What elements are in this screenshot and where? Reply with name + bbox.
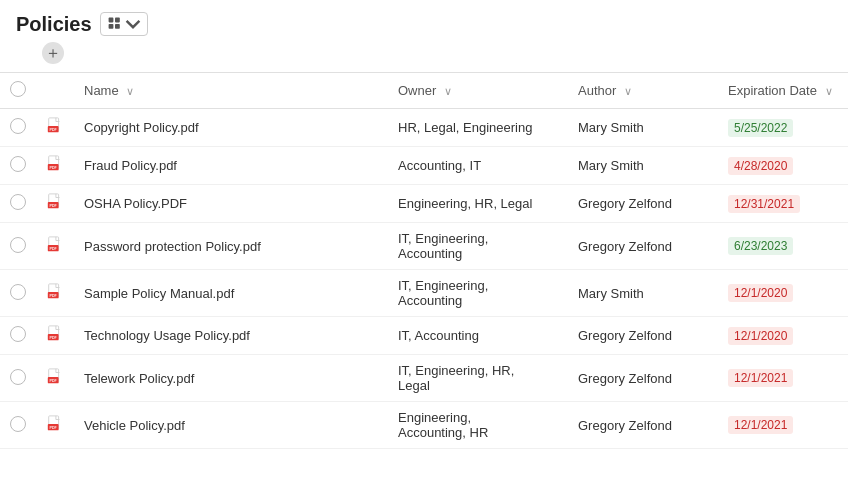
table-row: PDF Fraud Policy.pdfAccounting, ITMary S… <box>0 147 848 185</box>
row-expiration: 12/1/2021 <box>718 402 848 449</box>
row-file-icon-cell: PDF <box>36 109 74 147</box>
add-row-container: ＋ <box>0 40 848 72</box>
row-name[interactable]: Fraud Policy.pdf <box>74 147 388 185</box>
row-expiration: 12/1/2020 <box>718 317 848 355</box>
pdf-icon: PDF <box>46 117 64 135</box>
svg-rect-2 <box>108 24 113 29</box>
row-owner: Engineering, Accounting, HR <box>388 402 568 449</box>
pdf-icon: PDF <box>46 283 64 301</box>
row-checkbox[interactable] <box>10 194 26 210</box>
row-checkbox-cell <box>0 147 36 185</box>
row-checkbox-cell <box>0 355 36 402</box>
row-checkbox[interactable] <box>10 237 26 253</box>
add-item-button[interactable]: ＋ <box>42 42 64 64</box>
row-checkbox-cell <box>0 109 36 147</box>
expiration-badge: 12/31/2021 <box>728 195 800 213</box>
pdf-icon: PDF <box>46 368 64 386</box>
row-checkbox[interactable] <box>10 369 26 385</box>
pdf-icon: PDF <box>46 193 64 211</box>
row-author: Mary Smith <box>568 109 718 147</box>
expiration-badge: 5/25/2022 <box>728 119 793 137</box>
chevron-down-icon <box>125 16 141 32</box>
pdf-icon: PDF <box>46 415 64 433</box>
header-checkbox[interactable] <box>10 81 26 97</box>
row-checkbox[interactable] <box>10 416 26 432</box>
row-expiration: 12/31/2021 <box>718 185 848 223</box>
row-file-icon-cell: PDF <box>36 402 74 449</box>
row-name[interactable]: Vehicle Policy.pdf <box>74 402 388 449</box>
expiration-badge: 12/1/2020 <box>728 327 793 345</box>
row-name[interactable]: Sample Policy Manual.pdf <box>74 270 388 317</box>
col-header-author[interactable]: Author ∨ <box>568 73 718 109</box>
svg-text:PDF: PDF <box>50 128 58 132</box>
table-row: PDF Vehicle Policy.pdfEngineering, Accou… <box>0 402 848 449</box>
grid-view-icon <box>107 16 123 32</box>
row-expiration: 12/1/2021 <box>718 355 848 402</box>
row-file-icon-cell: PDF <box>36 317 74 355</box>
row-name[interactable]: Telework Policy.pdf <box>74 355 388 402</box>
col-header-expiration[interactable]: Expiration Date ∨ <box>718 73 848 109</box>
row-checkbox-cell <box>0 223 36 270</box>
row-checkbox-cell <box>0 270 36 317</box>
row-checkbox[interactable] <box>10 326 26 342</box>
row-name[interactable]: OSHA Policy.PDF <box>74 185 388 223</box>
svg-text:PDF: PDF <box>50 166 58 170</box>
row-owner: IT, Engineering, Accounting <box>388 270 568 317</box>
col-header-check <box>0 73 36 109</box>
expiration-badge: 12/1/2021 <box>728 369 793 387</box>
author-sort-icon: ∨ <box>624 85 632 98</box>
row-owner: Accounting, IT <box>388 147 568 185</box>
row-checkbox[interactable] <box>10 284 26 300</box>
row-owner: Engineering, HR, Legal <box>388 185 568 223</box>
row-name[interactable]: Technology Usage Policy.pdf <box>74 317 388 355</box>
row-expiration: 5/25/2022 <box>718 109 848 147</box>
table-row: PDF Copyright Policy.pdfHR, Legal, Engin… <box>0 109 848 147</box>
row-author: Gregory Zelfond <box>568 402 718 449</box>
col-header-owner[interactable]: Owner ∨ <box>388 73 568 109</box>
table-row: PDF Technology Usage Policy.pdfIT, Accou… <box>0 317 848 355</box>
svg-text:PDF: PDF <box>50 336 58 340</box>
expiration-badge: 12/1/2020 <box>728 284 793 302</box>
row-checkbox[interactable] <box>10 118 26 134</box>
expiration-badge: 12/1/2021 <box>728 416 793 434</box>
row-checkbox[interactable] <box>10 156 26 172</box>
svg-rect-1 <box>115 18 120 23</box>
row-file-icon-cell: PDF <box>36 223 74 270</box>
table-row: PDF Telework Policy.pdfIT, Engineering, … <box>0 355 848 402</box>
row-owner: IT, Engineering, Accounting <box>388 223 568 270</box>
table-row: PDF Sample Policy Manual.pdfIT, Engineer… <box>0 270 848 317</box>
view-toggle-button[interactable] <box>100 12 148 36</box>
expiration-badge: 6/23/2023 <box>728 237 793 255</box>
col-header-icon <box>36 73 74 109</box>
svg-text:PDF: PDF <box>50 204 58 208</box>
row-checkbox-cell <box>0 402 36 449</box>
svg-rect-0 <box>108 18 113 23</box>
col-header-name[interactable]: Name ∨ <box>74 73 388 109</box>
pdf-icon: PDF <box>46 325 64 343</box>
svg-text:PDF: PDF <box>50 294 58 298</box>
row-expiration: 4/28/2020 <box>718 147 848 185</box>
row-author: Mary Smith <box>568 147 718 185</box>
table-header: Name ∨ Owner ∨ Author ∨ Expiration Date … <box>0 73 848 109</box>
name-sort-icon: ∨ <box>126 85 134 98</box>
row-author: Mary Smith <box>568 270 718 317</box>
row-author: Gregory Zelfond <box>568 223 718 270</box>
svg-text:PDF: PDF <box>50 247 58 251</box>
svg-rect-3 <box>115 24 120 29</box>
svg-text:PDF: PDF <box>50 426 58 430</box>
row-name[interactable]: Password protection Policy.pdf <box>74 223 388 270</box>
row-file-icon-cell: PDF <box>36 147 74 185</box>
row-owner: IT, Accounting <box>388 317 568 355</box>
row-checkbox-cell <box>0 185 36 223</box>
expiration-badge: 4/28/2020 <box>728 157 793 175</box>
exp-sort-icon: ∨ <box>825 85 833 98</box>
page-title: Policies <box>16 13 92 36</box>
row-expiration: 6/23/2023 <box>718 223 848 270</box>
row-file-icon-cell: PDF <box>36 185 74 223</box>
row-name[interactable]: Copyright Policy.pdf <box>74 109 388 147</box>
row-owner: HR, Legal, Engineering <box>388 109 568 147</box>
row-file-icon-cell: PDF <box>36 355 74 402</box>
owner-sort-icon: ∨ <box>444 85 452 98</box>
pdf-icon: PDF <box>46 155 64 173</box>
svg-text:PDF: PDF <box>50 379 58 383</box>
